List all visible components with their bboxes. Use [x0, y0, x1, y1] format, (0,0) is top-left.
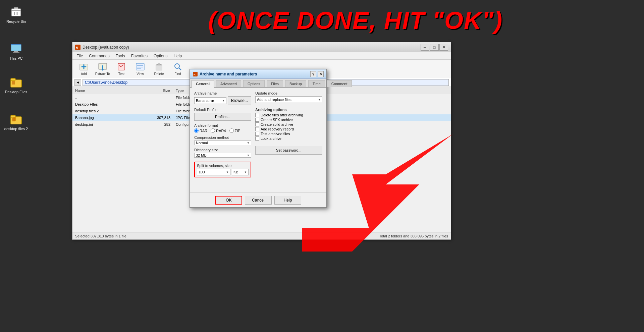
menu-tools[interactable]: Tools — [113, 53, 128, 59]
archive-name-row: Banana.rar ▼ Browse... — [194, 96, 251, 105]
update-mode-dropdown[interactable]: Add and replace files ▼ — [255, 96, 322, 103]
tab-backup[interactable]: Backup — [285, 80, 306, 87]
winrar-app-icon: R — [75, 45, 80, 50]
toolbar-add-button[interactable]: Add — [75, 61, 93, 77]
menu-favorites[interactable]: Favorites — [128, 53, 150, 59]
profiles-button[interactable]: Profiles... — [194, 113, 251, 121]
format-zip-radio[interactable]: ZIP — [229, 128, 240, 133]
compression-dropdown-arrow-icon: ▼ — [247, 142, 250, 145]
column-size[interactable]: Size — [146, 88, 173, 93]
winrar-dialog-icon: R — [193, 72, 198, 76]
view-icon — [136, 62, 145, 71]
svg-line-32 — [179, 68, 181, 70]
archive-name-label: Archive name — [194, 91, 251, 95]
split-volumes-group: Split to volumes, size 100 ▼ KB ▼ — [194, 162, 251, 177]
split-row: 100 ▼ KB ▼ — [197, 169, 249, 175]
checkbox-solid-archive-label: Create solid archive — [261, 122, 293, 126]
desktop-icon-desktop-files-2[interactable]: desktop files 2 — [3, 111, 30, 132]
checkbox-create-sfx[interactable]: Create SFX archive — [255, 118, 322, 122]
checkbox-recovery-record-box[interactable] — [255, 127, 259, 131]
split-value-dropdown[interactable]: 100 ▼ — [197, 169, 230, 175]
dictionary-size-dropdown[interactable]: 32 MB ▼ — [194, 153, 251, 158]
menu-commands[interactable]: Commands — [86, 53, 112, 59]
checkbox-test-files[interactable]: Test archived files — [255, 132, 322, 136]
checkbox-recovery-record[interactable]: Add recovery record — [255, 127, 322, 131]
checkbox-solid-archive-box[interactable] — [255, 122, 259, 126]
svg-rect-1 — [14, 7, 18, 9]
dialog-close-button[interactable]: ✕ — [318, 71, 324, 77]
split-value: 100 — [199, 170, 205, 174]
dialog-help-button[interactable]: ? — [310, 71, 316, 77]
checkbox-delete-files[interactable]: Delete files after archiving — [255, 113, 322, 117]
checkbox-solid-archive[interactable]: Create solid archive — [255, 122, 322, 126]
file-name: desktop files 2 — [72, 109, 146, 113]
tab-time[interactable]: Time — [308, 80, 325, 87]
this-pc-icon — [9, 42, 23, 55]
toolbar-view-button[interactable]: View — [131, 61, 149, 77]
archive-name-dropdown[interactable]: Banana.rar ▼ — [194, 97, 226, 104]
tab-files[interactable]: Files — [267, 80, 283, 87]
dialog-tabs: General Advanced Options Files Backup Ti… — [190, 79, 326, 88]
svg-text:R: R — [76, 46, 78, 49]
checkbox-lock-archive-box[interactable] — [255, 136, 259, 141]
column-name[interactable]: Name — [72, 88, 146, 93]
ok-button[interactable]: OK — [215, 196, 242, 205]
split-unit-dropdown[interactable]: KB ▼ — [232, 169, 249, 175]
this-pc-label: This PC — [9, 56, 22, 60]
svg-rect-28 — [156, 65, 162, 70]
tab-comment[interactable]: Comment — [327, 80, 352, 87]
menu-options[interactable]: Options — [151, 53, 170, 59]
menu-help[interactable]: Help — [171, 53, 184, 59]
cancel-button[interactable]: Cancel — [245, 196, 272, 205]
format-rar-radio[interactable]: RAR — [194, 128, 207, 133]
archiving-options-label: Archiving options — [255, 108, 322, 112]
annotation-heading: (ONCE DONE, HIT "OK") — [67, 7, 644, 34]
checkbox-test-files-label: Test archived files — [261, 132, 290, 136]
test-icon — [117, 62, 126, 71]
recycle-bin-icon — [9, 5, 23, 18]
archive-name-group: Archive name Banana.rar ▼ Browse... — [194, 91, 251, 105]
dropdown-arrow-icon: ▼ — [222, 99, 225, 102]
status-right: Total 2 folders and 308,095 bytes in 2 f… — [379, 234, 448, 238]
tab-options[interactable]: Options — [243, 80, 265, 87]
toolbar-delete-button[interactable]: Delete — [150, 61, 168, 77]
close-button[interactable]: ✕ — [439, 44, 448, 51]
svg-text:R: R — [194, 73, 196, 76]
dictionary-size-value: 32 MB — [196, 153, 207, 157]
desktop-icon-recycle-bin[interactable]: Recycle Bin — [3, 3, 30, 25]
desktop-files-2-icon — [9, 112, 23, 125]
toolbar-test-button[interactable]: Test — [113, 61, 130, 77]
toolbar-extract-button[interactable]: Extract To — [94, 61, 111, 77]
svg-rect-11 — [11, 78, 15, 80]
maximize-button[interactable]: □ — [430, 44, 439, 51]
format-rar4-radio[interactable]: RAR4 — [211, 128, 226, 133]
minimize-button[interactable]: ─ — [421, 44, 429, 51]
file-name: Desktop FIles — [72, 102, 146, 106]
split-unit-value: KB — [233, 170, 238, 174]
tab-advanced[interactable]: Advanced — [216, 80, 241, 87]
dialog-buttons: OK Cancel Help — [190, 192, 326, 207]
set-password-button[interactable]: Set password... — [255, 146, 322, 155]
file-name: Banana.jpg — [72, 116, 146, 120]
checkbox-lock-archive[interactable]: Lock archive — [255, 136, 322, 141]
back-button[interactable]: ◄ — [74, 79, 81, 86]
toolbar-find-button[interactable]: Find — [169, 61, 186, 77]
checkbox-test-files-box[interactable] — [255, 132, 259, 136]
dialog-title-text: Archive name and parameters — [200, 72, 257, 76]
desktop-icon-this-pc[interactable]: This PC — [3, 40, 30, 62]
svg-rect-9 — [13, 52, 19, 53]
checkbox-delete-files-box[interactable] — [255, 113, 259, 117]
checkbox-create-sfx-box[interactable] — [255, 118, 259, 122]
split-dropdown-arrow-icon: ▼ — [226, 171, 229, 174]
desktop-icon-desktop-files[interactable]: Desktop Files — [3, 74, 30, 95]
compression-method-dropdown[interactable]: Normal ▼ — [194, 141, 251, 145]
browse-button[interactable]: Browse... — [228, 96, 251, 105]
recycle-bin-label: Recycle Bin — [6, 19, 26, 23]
svg-rect-23 — [118, 63, 125, 70]
help-button[interactable]: Help — [274, 196, 301, 205]
archiving-options-group: Archiving options Delete files after arc… — [255, 108, 322, 141]
default-profile-label: Default Profile — [194, 108, 251, 112]
tab-general[interactable]: General — [192, 80, 214, 88]
file-size: 307,813 — [146, 116, 173, 120]
menu-file[interactable]: File — [74, 53, 86, 59]
